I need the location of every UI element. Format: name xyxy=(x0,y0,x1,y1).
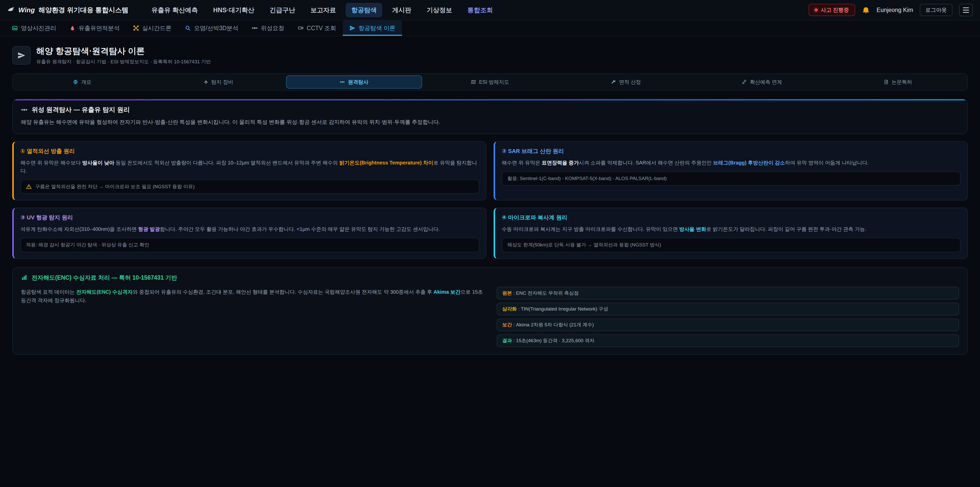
nav-item-emergency-rescue[interactable]: 긴급구난 xyxy=(264,3,301,18)
brand[interactable]: Wing 해양환경 위기대응 통합시스템 xyxy=(7,6,128,14)
enc-row-triangulation: 삼각화 : TIN(Triangulated Irregular Network… xyxy=(496,303,959,315)
logout-button[interactable]: 로그아웃 xyxy=(920,4,953,16)
card-body: 해수면 위 유막은 표면장력을 증가시켜 소파를 억제합니다. SAR에서 해수… xyxy=(502,158,961,167)
enc-row-text: : ENC 전자해도 무작위 측심점 xyxy=(513,291,579,296)
card-microwave-radiometer: ④ 마이크로파 복사계 원리 수동 마이크로파 복사계는 지구 방출 마이크로파… xyxy=(493,208,968,259)
card-body: 수동 마이크로파 복사계는 지구 방출 마이크로파를 수신합니다. 유막이 있으… xyxy=(502,225,961,233)
enc-row-label: 삼각화 xyxy=(502,306,517,311)
card-note: 적용: 해경 감시 항공기 야간 탐색 · 위성상 유출 신고 확인 xyxy=(21,238,479,252)
subtab-cctv[interactable]: CCTV 조회 xyxy=(291,21,343,36)
drone-icon xyxy=(133,25,139,31)
enc-row-label: 보간 xyxy=(502,322,512,327)
card-note-text: 해상도 한계(50km)로 단독 사용 불가 → 열적외선과 융합 (NGSST… xyxy=(508,241,661,249)
enc-row-source: 원본 : ENC 전자해도 무작위 측심점 xyxy=(496,287,959,300)
nav-item-hns-air-diffusion[interactable]: HNS·대기확산 xyxy=(207,3,260,18)
satellite-icon xyxy=(21,107,27,113)
subtab-satellite-request[interactable]: 위성요청 xyxy=(245,21,291,36)
subtab-label: CCTV 조회 xyxy=(307,24,336,32)
card-title: ④ 마이크로파 복사계 원리 xyxy=(502,214,961,221)
card-title: ② SAR 브래그 산란 원리 xyxy=(502,147,961,155)
theory-tab-bar: 개요 탐지 장비 원격탐사 ESI 방제지도 면적 산정 확산예측 연계 xyxy=(12,73,968,91)
tab-label: 탐지 장비 xyxy=(211,79,233,86)
tab-label: 개요 xyxy=(81,79,91,86)
incident-status-badge[interactable]: 사고 진행중 xyxy=(808,4,855,16)
hamburger-icon xyxy=(963,7,969,8)
enc-bathymetry-section: 전자해도(ENC) 수심자료 처리 — 특허 10-1567431 기반 항공탐… xyxy=(12,267,968,355)
subtab-pollution-ship-3d-analysis[interactable]: 오염/선박3D분석 xyxy=(178,21,245,36)
user-name: Eunjeong Kim xyxy=(877,6,913,14)
remote-sensing-section: 위성 원격탐사 — 유출유 탐지 원리 해양 유출유는 해수면에 유막을 형성하… xyxy=(12,99,968,134)
cctv-icon xyxy=(298,25,304,31)
subtab-aerial-search-theory[interactable]: 항공탐색 이론 xyxy=(343,21,402,36)
subtab-label: 실시간드론 xyxy=(142,24,172,32)
enc-section-heading: 전자해도(ENC) 수심자료 처리 — 특허 10-1567431 기반 xyxy=(21,274,959,282)
page-icon-box xyxy=(12,46,30,65)
subtab-oil-area-analysis[interactable]: 유출유면적분석 xyxy=(63,21,126,36)
enc-row-text: : Akima 2차원 5차 다항식 (21개 계수) xyxy=(513,322,594,327)
satellite-icon xyxy=(251,25,258,31)
nav-item-weather-info[interactable]: 기상정보 xyxy=(421,3,458,18)
enc-description: 항공탐색 표적 데이터는 전자해도(ENC) 수심격자와 중첩되어 유출유의 수… xyxy=(21,288,484,305)
page-title: 해양 항공탐색·원격탐사 이론 xyxy=(36,45,211,57)
tab-diffusion-prediction-link[interactable]: 확산예측 연계 xyxy=(694,75,830,89)
enc-row-label: 결과 xyxy=(502,338,512,343)
sub-nav: 영상사진관리 유출유면적분석 실시간드론 오염/선박3D분석 위성요청 CCTV… xyxy=(0,21,980,36)
bar-chart-icon xyxy=(21,274,27,281)
tab-label: 원격탐사 xyxy=(348,79,368,86)
brand-name: Wing xyxy=(18,6,35,14)
main-content: 해양 항공탐색·원격탐사 이론 유출유 원격탐지 · 항공감시 기법 · ESI… xyxy=(0,36,980,355)
card-note: 활용: Sentinel-1(C-band) · KOMPSAT-5(X-ban… xyxy=(502,171,961,186)
card-note: 구름은 열적외선을 완전 차단 → 마이크로파 보조 필요 (NGSST 융합 … xyxy=(21,179,479,194)
card-title: ① 열적외선 방출 원리 xyxy=(21,147,479,155)
principle-cards-grid: ① 열적외선 방출 원리 해수면 위 유막은 해수보다 방사율이 낮아 동일 온… xyxy=(12,141,968,259)
card-body: 해수면 위 유막은 해수보다 방사율이 낮아 동일 온도에서도 적외선 방출량이… xyxy=(21,158,479,175)
docs-icon xyxy=(883,80,889,85)
nav-item-oil-spill-prediction[interactable]: 유출유 확산예측 xyxy=(146,3,204,18)
nav-item-aerial-search[interactable]: 항공탐색 xyxy=(345,3,382,18)
enc-process-rows: 원본 : ENC 전자해도 무작위 측심점 삼각화 : TIN(Triangul… xyxy=(496,287,959,347)
card-uv-fluorescence: ③ UV 형광 탐지 원리 석유계 탄화수소에 자외선(310–400nm)을 … xyxy=(12,208,487,259)
top-bar: Wing 해양환경 위기대응 통합시스템 유출유 확산예측 HNS·대기확산 긴… xyxy=(0,0,980,21)
tab-overview[interactable]: 개요 xyxy=(14,75,150,89)
card-thermal-infrared: ① 열적외선 방출 원리 해수면 위 유막은 해수보다 방사율이 낮아 동일 온… xyxy=(12,141,487,201)
enc-row-result: 결과 : 15초(463m) 등간격 · 3,225,600 격자 xyxy=(496,334,959,347)
remote-sensing-description: 해양 유출유는 해수면에 유막을 형성하여 전자기파 반사·방출·산란 특성을 … xyxy=(21,118,959,126)
photo-icon xyxy=(12,25,18,31)
paper-plane-icon xyxy=(349,25,355,31)
subtab-label: 위성요청 xyxy=(261,24,284,32)
enc-row-interpolation: 보간 : Akima 2차원 5차 다항식 (21개 계수) xyxy=(496,318,959,331)
subtab-label: 영상사진관리 xyxy=(21,24,56,32)
tab-label: 논문특허 xyxy=(892,79,912,86)
tab-area-calculation[interactable]: 면적 산정 xyxy=(558,75,694,89)
remote-sensing-heading-text: 위성 원격탐사 — 유출유 탐지 원리 xyxy=(32,105,130,114)
app-window: Wing 해양환경 위기대응 통합시스템 유출유 확산예측 HNS·대기확산 긴… xyxy=(0,0,980,487)
hamburger-menu-button[interactable] xyxy=(959,3,973,16)
enc-row-label: 원본 xyxy=(502,291,512,296)
tab-esi-response-map[interactable]: ESI 방제지도 xyxy=(422,75,558,89)
remote-sensing-heading: 위성 원격탐사 — 유출유 탐지 원리 xyxy=(21,105,959,114)
notification-bell-button[interactable] xyxy=(862,6,870,14)
subtab-realtime-drone[interactable]: 실시간드론 xyxy=(126,21,178,36)
nav-item-reports[interactable]: 보고자료 xyxy=(305,3,342,18)
tab-detection-equipment[interactable]: 탐지 장비 xyxy=(150,75,286,89)
card-note: 해상도 한계(50km)로 단독 사용 불가 → 열적외선과 융합 (NGSST… xyxy=(502,238,961,252)
tab-label: 면적 산정 xyxy=(619,79,641,86)
warning-icon xyxy=(26,184,32,190)
nav-item-integrated-search[interactable]: 통합조회 xyxy=(462,3,498,18)
paper-plane-icon xyxy=(18,51,25,59)
link-icon xyxy=(741,80,747,85)
nav-item-board[interactable]: 게시판 xyxy=(387,3,417,18)
tab-remote-sensing[interactable]: 원격탐사 xyxy=(286,75,422,89)
subtab-label: 오염/선박3D분석 xyxy=(194,24,239,32)
wrench-icon xyxy=(611,80,616,85)
bell-icon xyxy=(862,6,870,14)
tab-papers-patents[interactable]: 논문특허 xyxy=(830,75,966,89)
satellite-icon xyxy=(340,80,345,85)
wing-icon xyxy=(7,6,15,14)
enc-section-heading-text: 전자해도(ENC) 수심자료 처리 — 특허 10-1567431 기반 xyxy=(32,274,177,282)
tab-label: 확산예측 연계 xyxy=(750,79,782,86)
subtab-image-photo-management[interactable]: 영상사진관리 xyxy=(5,21,63,36)
subtab-label: 항공탐색 이론 xyxy=(359,24,395,32)
page-header: 해양 항공탐색·원격탐사 이론 유출유 원격탐지 · 항공감시 기법 · ESI… xyxy=(12,45,968,65)
card-note-text: 구름은 열적외선을 완전 차단 → 마이크로파 보조 필요 (NGSST 융합 … xyxy=(35,183,195,190)
